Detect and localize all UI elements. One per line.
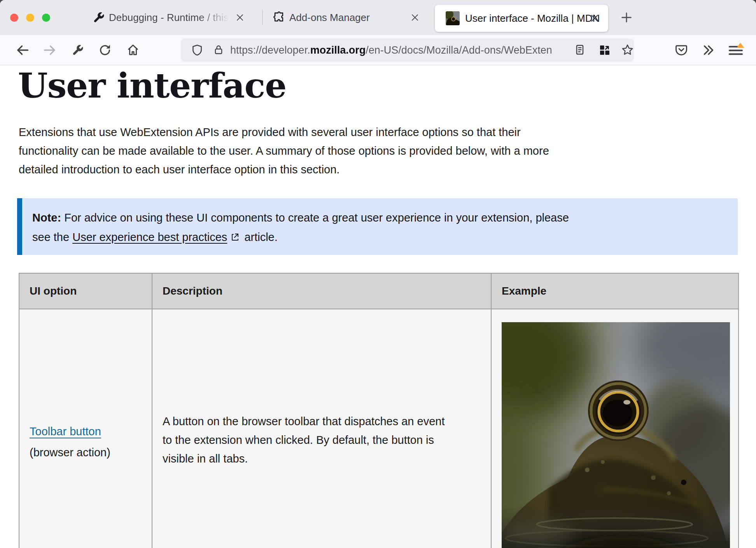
- url-bar[interactable]: https://developer.mozilla.org/en-US/docs…: [181, 38, 634, 62]
- reload-icon: [98, 44, 112, 57]
- intro-line: detailed introduction to each user inter…: [19, 160, 549, 179]
- description-line: to the extension when clicked. By defaul…: [163, 431, 479, 449]
- url-path: /en-US/docs/Mozilla/Add-ons/WebExten: [366, 44, 552, 56]
- back-button[interactable]: [12, 35, 33, 65]
- url-text[interactable]: https://developer.mozilla.org/en-US/docs…: [230, 38, 604, 62]
- overflow-menu-button[interactable]: [698, 35, 719, 65]
- back-icon: [16, 43, 30, 57]
- lock-icon[interactable]: [213, 44, 224, 57]
- url-domain: mozilla.org: [310, 44, 366, 56]
- note-callout: Note: For advice on using these UI compo…: [17, 198, 738, 255]
- update-badge-icon: [737, 43, 744, 48]
- tab-title: Add-ons Manager: [289, 0, 394, 35]
- tab-addons-manager[interactable]: Add-ons Manager: [269, 0, 429, 35]
- tab-debugging[interactable]: Debugging - Runtime / this-firef: [89, 0, 257, 35]
- url-prefix: https://developer.: [230, 44, 310, 56]
- description-line: A button on the browser toolbar that dis…: [163, 412, 479, 431]
- intro-paragraph: Extensions that use WebExtension APIs ar…: [19, 123, 549, 179]
- column-header-description: Description: [152, 273, 491, 309]
- browser-window: Debugging - Runtime / this-firef Add-ons…: [0, 0, 756, 548]
- wrench-icon: [72, 44, 84, 56]
- tab-title: Debugging - Runtime / this-firef: [109, 0, 233, 35]
- note-line-2: see the User experience best practices a…: [32, 227, 726, 248]
- close-window-button[interactable]: [10, 14, 18, 22]
- minimize-window-button[interactable]: [26, 14, 34, 22]
- tab-separator: [262, 10, 263, 25]
- table-header-row: UI option Description Example: [19, 273, 738, 309]
- forward-button[interactable]: [39, 35, 61, 65]
- forward-icon: [43, 43, 57, 57]
- navigation-toolbar: https://developer.mozilla.org/en-US/docs…: [0, 35, 756, 65]
- description-cell: A button on the browser toolbar that dis…: [152, 309, 491, 548]
- window-controls: [10, 14, 50, 22]
- tab-bar: Debugging - Runtime / this-firef Add-ons…: [0, 0, 756, 35]
- table-row: Toolbar button (browser action) A button…: [19, 309, 738, 548]
- note-text: For advice on using these UI components …: [61, 211, 569, 224]
- page-content: User interface Extensions that use WebEx…: [0, 65, 756, 548]
- description-line: visible in all tabs.: [163, 449, 479, 468]
- intro-line: Extensions that use WebExtension APIs ar…: [19, 123, 549, 141]
- ux-best-practices-link[interactable]: User experience best practices: [72, 231, 227, 243]
- new-tab-icon: [620, 11, 633, 24]
- note-line-1: Note: For advice on using these UI compo…: [32, 208, 726, 227]
- frog-example-image: [502, 322, 730, 548]
- devtools-wrench-button[interactable]: [67, 35, 89, 65]
- ui-option-subtext: (browser action): [30, 442, 152, 463]
- note-text: article.: [241, 231, 277, 243]
- note-label: Note:: [32, 211, 61, 224]
- app-menu-button[interactable]: [724, 35, 747, 65]
- page-title: User interface: [18, 67, 286, 105]
- pocket-button[interactable]: [670, 35, 692, 65]
- note-text: see the: [32, 231, 72, 243]
- new-tab-button[interactable]: [619, 10, 634, 25]
- tab-title: User interface - Mozilla | MDN: [465, 5, 600, 32]
- column-header-ui-option: UI option: [19, 273, 152, 309]
- wrench-icon: [93, 11, 105, 25]
- bookmark-star-icon[interactable]: [621, 44, 634, 58]
- pocket-icon: [674, 43, 688, 57]
- ui-options-table: UI option Description Example Toolbar bu…: [19, 273, 739, 548]
- puzzle-icon: [272, 10, 285, 25]
- home-icon: [126, 44, 140, 57]
- column-header-example: Example: [491, 273, 738, 309]
- ui-option-cell: Toolbar button (browser action): [19, 309, 152, 548]
- overflow-chevrons-icon: [702, 43, 716, 57]
- close-tab-icon[interactable]: [589, 12, 600, 24]
- tab-user-interface[interactable]: User interface - Mozilla | MDN: [435, 5, 608, 32]
- zoom-window-button[interactable]: [42, 14, 50, 22]
- home-button[interactable]: [122, 35, 144, 65]
- intro-line: functionality can be made available to t…: [19, 141, 549, 160]
- extension-page-action-icon[interactable]: [598, 44, 611, 58]
- shield-icon[interactable]: [191, 44, 203, 58]
- frog-favicon: [446, 11, 460, 25]
- menu-icon: [727, 42, 744, 59]
- external-link-icon: [230, 228, 240, 248]
- toolbar-button-link[interactable]: Toolbar button: [30, 425, 101, 438]
- close-tab-icon[interactable]: [409, 12, 421, 23]
- reload-button[interactable]: [94, 35, 116, 65]
- close-tab-icon[interactable]: [234, 12, 246, 23]
- example-cell: [491, 309, 738, 548]
- reader-mode-icon[interactable]: [574, 44, 586, 58]
